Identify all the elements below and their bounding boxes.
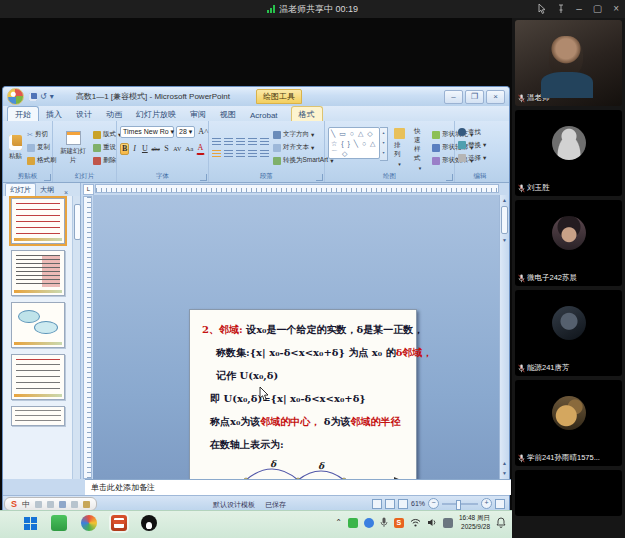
- bold-button[interactable]: B: [120, 143, 129, 155]
- zoom-out-button[interactable]: −: [428, 498, 439, 509]
- fit-to-window-button[interactable]: [495, 499, 505, 509]
- ribbon-tab-5[interactable]: 审阅: [183, 107, 213, 121]
- emoji-icon[interactable]: [47, 501, 54, 508]
- panel-close-icon[interactable]: ×: [64, 189, 68, 196]
- ribbon-tab-0[interactable]: 开始: [7, 106, 39, 121]
- slide-thumbnail[interactable]: [11, 302, 65, 348]
- panel-tab-slides[interactable]: 幻灯片: [5, 183, 36, 196]
- align-right-icon[interactable]: [236, 150, 245, 158]
- participant-tile[interactable]: 能源241唐芳: [515, 290, 622, 376]
- next-slide-button[interactable]: ▼: [500, 468, 509, 478]
- font-color-button[interactable]: A: [196, 142, 205, 155]
- sogou-input-bar[interactable]: S 中: [4, 497, 97, 511]
- ppt-restore-button[interactable]: ❐: [465, 90, 484, 104]
- text-shadow-button[interactable]: S: [162, 143, 171, 155]
- font-name-combobox[interactable]: Times New Ro ▾: [120, 126, 174, 138]
- ribbon-tab-8[interactable]: 格式: [291, 106, 323, 121]
- sogou-tray-icon[interactable]: S: [394, 518, 404, 528]
- hidden-icons-chevron[interactable]: ⌃: [335, 518, 342, 527]
- paste-button[interactable]: 粘贴: [6, 124, 25, 171]
- scroll-down-icon[interactable]: ▼: [500, 235, 509, 245]
- horizontal-ruler[interactable]: [95, 184, 499, 193]
- clipboard-dialog-launcher[interactable]: [44, 174, 51, 181]
- slideshow-view-button[interactable]: [398, 499, 408, 509]
- qq-icon[interactable]: [141, 515, 157, 531]
- participant-tile[interactable]: 学前241孙雨晴1575...: [515, 380, 622, 466]
- undo-icon[interactable]: ↺: [40, 93, 47, 101]
- ribbon-tab-1[interactable]: 插入: [39, 107, 69, 121]
- slide-thumbnail[interactable]: [11, 250, 65, 296]
- browser-icon[interactable]: [81, 515, 97, 531]
- close-icon[interactable]: ×: [613, 4, 619, 14]
- taskbar-app-green-icon[interactable]: [51, 515, 67, 531]
- scroll-up-icon[interactable]: ▲: [500, 195, 509, 205]
- numbering-icon[interactable]: [224, 138, 233, 146]
- zoom-in-button[interactable]: +: [481, 498, 492, 509]
- vertical-ruler[interactable]: [83, 196, 92, 479]
- slide-thumbnail[interactable]: [11, 354, 65, 400]
- start-button[interactable]: [24, 517, 37, 530]
- participant-tile-partial[interactable]: [515, 470, 622, 516]
- notes-pane[interactable]: 单击此处添加备注: [85, 479, 511, 495]
- italic-button[interactable]: I: [130, 143, 139, 155]
- tray-app-icon[interactable]: [364, 518, 374, 528]
- minimize-icon[interactable]: –: [576, 4, 582, 14]
- shapes-gallery[interactable]: ╲ ▭ ○ △ ◇ ☆ { } ╲ ○ △ ⌒ ◇: [328, 127, 380, 159]
- panel-tab-outline[interactable]: 大纲: [36, 184, 58, 196]
- increase-indent-icon[interactable]: [248, 138, 257, 146]
- arrange-button[interactable]: 排列▾: [391, 124, 408, 171]
- pin-icon[interactable]: [557, 4, 565, 14]
- voice-input-icon[interactable]: [59, 501, 66, 508]
- ribbon-tab-3[interactable]: 动画: [99, 107, 129, 121]
- ribbon-tab-4[interactable]: 幻灯片放映: [129, 107, 183, 121]
- zoom-slider[interactable]: [442, 503, 478, 505]
- input-mode-chinese[interactable]: 中: [22, 499, 30, 510]
- participant-tile[interactable]: 刘玉胜: [515, 110, 622, 196]
- ribbon-tab-6[interactable]: 视图: [213, 107, 243, 121]
- font-size-combobox[interactable]: 28 ▾: [176, 126, 195, 138]
- ppt-close-button[interactable]: ×: [486, 90, 505, 104]
- grow-font-button[interactable]: A˄: [197, 126, 209, 138]
- volume-icon[interactable]: [427, 518, 437, 527]
- change-case-button[interactable]: Aa: [184, 143, 195, 155]
- new-slide-button[interactable]: 新建幻灯片: [56, 124, 90, 171]
- character-spacing-button[interactable]: AV: [172, 143, 183, 155]
- save-icon[interactable]: [29, 93, 37, 101]
- taskbar-clock[interactable]: 16:48 周日 2025/9/28: [459, 514, 490, 532]
- canvas-scrollbar[interactable]: ▲ ▼ ▲ ▼: [499, 195, 509, 479]
- notifications-bell-icon[interactable]: [496, 517, 506, 528]
- remote-control-cursor-icon[interactable]: [538, 4, 546, 14]
- maximize-icon[interactable]: ▢: [593, 4, 602, 14]
- normal-view-button[interactable]: [372, 499, 382, 509]
- slide-thumbnail[interactable]: [11, 406, 65, 426]
- justify-icon[interactable]: [248, 150, 257, 158]
- sogou-logo-icon[interactable]: S: [11, 499, 17, 509]
- decrease-indent-icon[interactable]: [236, 138, 245, 146]
- ppt-minimize-button[interactable]: –: [444, 90, 463, 104]
- wifi-icon[interactable]: [410, 518, 421, 527]
- line-spacing-icon[interactable]: [260, 138, 269, 146]
- keyboard-icon[interactable]: [71, 501, 78, 508]
- bullets-icon[interactable]: [212, 138, 221, 146]
- align-center-icon[interactable]: [224, 150, 233, 158]
- ribbon-tab-2[interactable]: 设计: [69, 107, 99, 121]
- microphone-tray-icon[interactable]: [380, 517, 388, 528]
- slide-sorter-view-button[interactable]: [385, 499, 395, 509]
- find-button[interactable]: 查找: [458, 126, 502, 138]
- toolbox-icon[interactable]: [83, 501, 90, 508]
- replace-button[interactable]: 替换▾: [458, 139, 502, 151]
- participant-tile[interactable]: 微电子242苏晨: [515, 200, 622, 286]
- qat-dropdown-icon[interactable]: ▾: [50, 93, 54, 101]
- wechat-tray-icon[interactable]: [348, 518, 358, 528]
- thumbnails-scrollbar[interactable]: [73, 196, 81, 479]
- select-button[interactable]: 选择▾: [458, 152, 502, 164]
- powerpoint-taskbar-icon[interactable]: [111, 515, 127, 531]
- symbol-icon[interactable]: [35, 501, 42, 508]
- underline-button[interactable]: U: [140, 143, 149, 155]
- previous-slide-button[interactable]: ▲: [500, 458, 509, 468]
- ribbon-tab-7[interactable]: Acrobat: [243, 109, 285, 121]
- pen-input-icon[interactable]: [443, 518, 453, 528]
- columns-icon[interactable]: [260, 150, 269, 158]
- participant-tile[interactable]: 温老师: [515, 20, 622, 106]
- drawing-dialog-launcher[interactable]: [446, 174, 453, 181]
